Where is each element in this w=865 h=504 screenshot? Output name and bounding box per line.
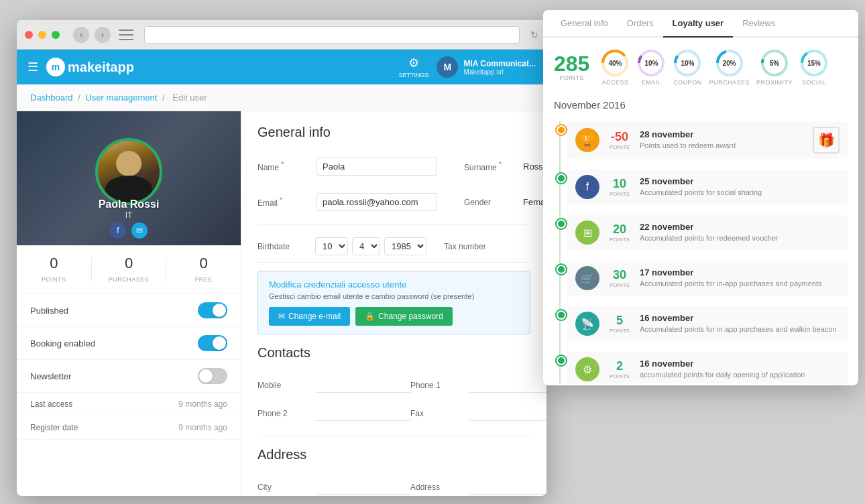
timeline-item: 🛒 30 POINTS 17 november Accumulated poin… bbox=[567, 261, 848, 296]
timeline-date: 16 november bbox=[640, 359, 840, 369]
mobile-field: Mobile bbox=[257, 371, 410, 399]
birthdate-month[interactable]: 4 bbox=[352, 237, 380, 255]
timeline-item: 📡 5 POINTS 16 november Accumulated point… bbox=[567, 306, 848, 341]
gauge-pct: 10% bbox=[681, 60, 694, 67]
phone1-label: Phone 1 bbox=[410, 381, 464, 390]
gauge-label: ACCESS bbox=[601, 79, 628, 86]
minimize-button[interactable] bbox=[38, 31, 46, 39]
gauge-access: 40% ACCESS bbox=[600, 48, 630, 86]
forward-arrow[interactable]: › bbox=[95, 27, 111, 43]
tab-general-info[interactable]: General info bbox=[551, 10, 618, 38]
email-icon[interactable]: ✉ bbox=[131, 223, 148, 239]
reward-icon: 🎁 bbox=[813, 127, 840, 153]
register-date-key: Register date bbox=[30, 423, 78, 432]
booking-label: Booking enabled bbox=[30, 338, 95, 349]
credentials-box: Modifica credenziali accesso utente Gest… bbox=[257, 271, 530, 334]
phone1-input[interactable] bbox=[469, 378, 546, 393]
stats-row: 0 POINTS 0 PURCHASES 0 FREE bbox=[17, 245, 241, 294]
main-content: Paola Rossi IT f ✉ 0 POINTS 0 PURCHAS bbox=[17, 111, 546, 495]
back-arrow[interactable]: ‹ bbox=[73, 27, 89, 43]
sidebar-toggle[interactable] bbox=[119, 29, 133, 40]
company-name: Makeitapp srl bbox=[463, 68, 536, 76]
mobile-input[interactable] bbox=[316, 378, 410, 393]
fax-label: Fax bbox=[410, 409, 464, 418]
phone2-label: Phone 2 bbox=[257, 409, 311, 418]
birthdate-year[interactable]: 1985 bbox=[384, 237, 426, 255]
hamburger-icon[interactable]: ☰ bbox=[27, 60, 38, 74]
timeline-item: ⊞ 20 POINTS 22 november Accumulated poin… bbox=[567, 215, 848, 250]
address-field: Address bbox=[410, 473, 546, 495]
logo-text: makeitapp bbox=[68, 60, 134, 75]
timeline-row: 🛒 30 POINTS 17 november Accumulated poin… bbox=[567, 261, 848, 296]
timeline-info: 28 november Points used to redeem award bbox=[640, 129, 806, 151]
gauge-label: SOCIAL bbox=[802, 79, 826, 86]
published-toggle[interactable] bbox=[198, 302, 227, 318]
tab-reviews[interactable]: Reviews bbox=[733, 10, 785, 38]
timeline-pts: 10 POINTS bbox=[606, 177, 633, 197]
logo-icon: m bbox=[46, 58, 65, 76]
timeline-desc: Accumulated points for in-app purchases … bbox=[640, 324, 840, 334]
gauge-label: PROXIMITY bbox=[756, 79, 793, 86]
gauge-proximity: 5% PROXIMITY bbox=[756, 48, 793, 86]
timeline-dot bbox=[557, 125, 566, 135]
change-password-button[interactable]: 🔒 Change password bbox=[355, 307, 453, 326]
close-button[interactable] bbox=[25, 31, 33, 39]
last-access-row: Last access 9 months ago bbox=[17, 393, 241, 416]
timeline-item: f 10 POINTS 25 november Accumulated poin… bbox=[567, 170, 848, 204]
change-email-button[interactable]: ✉ Change e-mail bbox=[269, 307, 350, 326]
timeline-row: ⊞ 20 POINTS 22 november Accumulated poin… bbox=[567, 215, 848, 250]
phone2-input[interactable] bbox=[316, 406, 410, 421]
tab-loyalty-user[interactable]: Loyalty user bbox=[663, 10, 734, 38]
gender-label: Gender bbox=[464, 198, 518, 207]
points-value: 285 bbox=[554, 52, 589, 76]
breadcrumb: Dashboard / User management / Edit user bbox=[17, 84, 546, 111]
newsletter-label: Newsletter bbox=[30, 371, 71, 381]
browser-titlebar: ‹ › ↻ bbox=[17, 20, 546, 50]
maximize-button[interactable] bbox=[52, 31, 60, 39]
breadcrumb-sep2: / bbox=[162, 92, 167, 103]
timeline-row: 📡 5 POINTS 16 november Accumulated point… bbox=[567, 306, 848, 341]
gauge-circle: 20% bbox=[715, 48, 744, 78]
timeline-pts: 5 POINTS bbox=[606, 314, 633, 334]
breadcrumb-sep1: / bbox=[78, 92, 82, 103]
general-info-title: General info bbox=[257, 125, 530, 140]
breadcrumb-user-mgmt[interactable]: User management bbox=[85, 92, 157, 103]
gauge-circle: 10% bbox=[636, 48, 666, 78]
name-field: Name * bbox=[257, 151, 437, 182]
address-grid: City Address bbox=[257, 473, 530, 495]
form-area: General info Name * Surname * bbox=[241, 111, 546, 495]
pts-number: 30 bbox=[606, 268, 633, 282]
last-access-key: Last access bbox=[30, 399, 72, 409]
pts-number: 10 bbox=[606, 177, 633, 191]
settings-button[interactable]: ⚙ SETTINGS bbox=[398, 56, 428, 78]
timeline-dot bbox=[557, 310, 566, 320]
name-input[interactable] bbox=[316, 158, 437, 176]
gear-icon: ⚙ bbox=[408, 56, 419, 70]
app-logo: m makeitapp bbox=[46, 58, 134, 76]
email-input[interactable] bbox=[316, 193, 437, 211]
timeline-icon: 🛒 bbox=[575, 266, 599, 290]
booking-toggle[interactable] bbox=[198, 335, 227, 351]
profile-section: Paola Rossi IT f ✉ bbox=[17, 111, 241, 245]
timeline-desc: accumulated points for daily opening of … bbox=[640, 370, 840, 380]
fax-input[interactable] bbox=[469, 406, 546, 421]
facebook-icon[interactable]: f bbox=[110, 223, 126, 239]
newsletter-toggle[interactable] bbox=[198, 368, 227, 384]
breadcrumb-dashboard[interactable]: Dashboard bbox=[30, 92, 73, 103]
timeline-row: 🏆 -50 POINTS 28 november Points used to … bbox=[567, 121, 848, 159]
address-input[interactable] bbox=[469, 480, 546, 495]
phone2-field: Phone 2 bbox=[257, 399, 410, 428]
timeline-icon: 📡 bbox=[575, 312, 599, 336]
refresh-icon[interactable]: ↻ bbox=[530, 29, 538, 40]
pts-label: POINTS bbox=[606, 282, 633, 288]
tab-orders[interactable]: Orders bbox=[618, 10, 663, 38]
timeline-pts: 30 POINTS bbox=[606, 268, 633, 288]
gauge-pct: 10% bbox=[644, 60, 658, 67]
gauge-label: COUPON bbox=[673, 79, 702, 86]
birthdate-day[interactable]: 10 bbox=[315, 237, 348, 255]
address-bar[interactable] bbox=[144, 26, 520, 44]
pts-label: POINTS bbox=[606, 328, 633, 334]
purchases-value: 0 bbox=[92, 255, 166, 272]
settings-label: SETTINGS bbox=[398, 72, 428, 78]
city-input[interactable] bbox=[316, 480, 410, 495]
